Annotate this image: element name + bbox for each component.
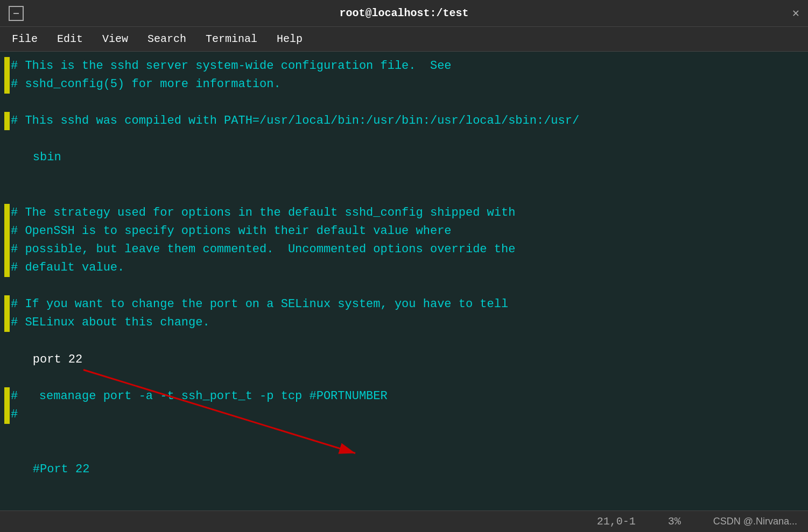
terminal-line [4, 277, 804, 295]
window-icon [9, 6, 24, 21]
terminal-line: # semanage port -a -t ssh_port_t -p tcp … [4, 387, 804, 406]
menu-edit[interactable]: Edit [50, 30, 90, 48]
terminal-line [4, 94, 804, 112]
terminal-line: # [4, 406, 804, 424]
csdn-watermark: CSDN @.Nirvana... [713, 516, 797, 527]
terminal-line: # default value. [4, 259, 804, 277]
terminal-line: # This sshd was compiled with PATH=/usr/… [4, 112, 804, 130]
terminal-content[interactable]: # This is the sshd server system-wide co… [0, 52, 808, 510]
terminal-line-port: port 22 [4, 332, 804, 387]
menu-search[interactable]: Search [140, 30, 194, 48]
status-bar: 21,0-1 3% CSDN @.Nirvana... [0, 510, 808, 532]
terminal-line: # This is the sshd server system-wide co… [4, 57, 804, 75]
terminal-line: #Port 22 [4, 442, 804, 497]
terminal-line: # If you want to change the port on a SE… [4, 295, 804, 314]
title-bar: root@localhost:/test ✕ [0, 0, 808, 27]
terminal-line: # possible, but leave them commented. Un… [4, 240, 804, 259]
close-button[interactable]: ✕ [792, 6, 799, 20]
scroll-percent: 3% [668, 515, 681, 528]
menu-terminal[interactable]: Terminal [198, 30, 265, 48]
menu-file[interactable]: File [4, 30, 45, 48]
terminal-line: # The strategy used for options in the d… [4, 204, 804, 222]
menu-view[interactable]: View [95, 30, 136, 48]
terminal-line [4, 186, 804, 204]
terminal-line: #AddressFamily any [4, 497, 804, 510]
terminal-line [4, 424, 804, 442]
terminal-line: sbin [4, 130, 804, 185]
terminal-line: # SELinux about this change. [4, 314, 804, 332]
window-title: root@localhost:/test [339, 7, 468, 19]
terminal-line: # OpenSSH is to specify options with the… [4, 222, 804, 240]
terminal-line: # sshd_config(5) for more information. [4, 75, 804, 94]
cursor-position: 21,0-1 [597, 515, 636, 528]
menu-bar: File Edit View Search Terminal Help [0, 27, 808, 52]
menu-help[interactable]: Help [269, 30, 310, 48]
